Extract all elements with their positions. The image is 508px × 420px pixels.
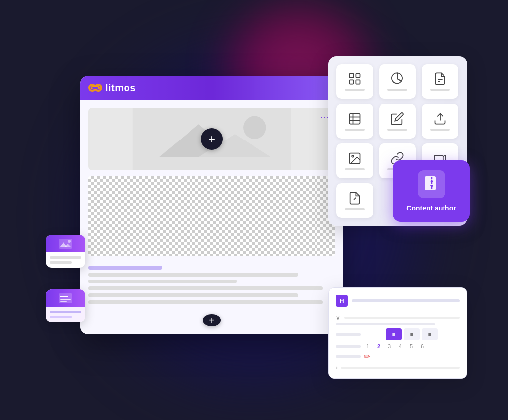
upload-icon <box>433 112 447 126</box>
editor-color-row: ✏ <box>336 352 460 361</box>
svg-rect-35 <box>60 301 67 302</box>
side-card-mountain-icon <box>59 239 72 249</box>
heading-badge: H <box>336 295 348 307</box>
text-line-6 <box>88 300 323 304</box>
svg-point-31 <box>68 240 71 243</box>
svg-rect-10 <box>350 74 354 78</box>
chevron-down-icon: ∨ <box>336 314 340 321</box>
icon-cell-upload[interactable] <box>422 104 458 139</box>
heading-number-group: 1 2 3 4 5 6 <box>364 343 426 349</box>
text-editor-panel: H ∨ ≡ ≡ ≡ 1 2 3 4 5 6 <box>328 287 467 379</box>
side-card-image-top <box>46 235 85 252</box>
align-left-button[interactable]: ≡ <box>386 328 402 340</box>
side-card-text-body <box>46 307 85 322</box>
add-content-button[interactable]: + <box>201 128 223 150</box>
icon-cell-image[interactable] <box>336 143 373 178</box>
browser-titlebar: litmos <box>80 76 343 100</box>
heading-5[interactable]: 5 <box>407 343 415 349</box>
heading-1[interactable]: 1 <box>364 343 372 349</box>
side-card-image[interactable] <box>46 235 85 268</box>
litmos-brand-name: litmos <box>105 82 136 94</box>
image-placeholder: + ⋮ <box>88 108 335 170</box>
litmos-logo-icon <box>88 82 102 93</box>
content-author-file-icon <box>423 175 441 193</box>
document-icon <box>433 72 447 86</box>
color-pencil-icon[interactable]: ✏ <box>364 352 370 361</box>
align-center-button[interactable]: ≡ <box>404 328 420 340</box>
side-card-text[interactable] <box>46 289 85 322</box>
text-line-1 <box>88 266 162 270</box>
editor-alignment-row: ≡ ≡ ≡ <box>336 328 460 340</box>
text-line-5 <box>88 293 298 297</box>
browser-content: + ⋮ + <box>80 100 343 334</box>
svg-rect-16 <box>350 114 360 124</box>
litmos-logo: litmos <box>88 82 136 94</box>
expand-icon[interactable]: › <box>336 364 338 371</box>
svg-rect-24 <box>425 176 436 190</box>
editor-title-line <box>352 299 460 302</box>
checker-pattern-area <box>88 176 335 256</box>
add-block-button[interactable]: + <box>203 314 221 326</box>
side-card-text-top <box>46 289 85 307</box>
text-line-4 <box>88 286 323 290</box>
side-card-lines-icon <box>59 293 72 303</box>
icon-cell-dashboard[interactable] <box>336 64 373 99</box>
icon-cell-chart[interactable] <box>379 64 416 99</box>
pie-chart-icon <box>390 72 404 86</box>
dashboard-icon <box>348 72 362 86</box>
editor-header: H <box>336 295 460 310</box>
svg-point-22 <box>352 155 354 157</box>
heading-6[interactable]: 6 <box>418 343 426 349</box>
text-line-2 <box>88 273 298 277</box>
browser-window: litmos + ⋮ <box>80 76 343 334</box>
content-author-icon <box>418 170 445 198</box>
content-author-card[interactable]: Content author <box>393 160 470 222</box>
side-card-image-body <box>46 252 85 268</box>
svg-rect-34 <box>60 299 71 300</box>
heading-2[interactable]: 2 <box>375 343 382 349</box>
heading-4[interactable]: 4 <box>396 343 404 349</box>
edit-pencil-icon <box>390 112 404 126</box>
svg-rect-12 <box>350 80 354 84</box>
text-lines-area <box>88 262 335 308</box>
icon-cell-table[interactable] <box>336 104 373 139</box>
svg-rect-11 <box>356 74 360 78</box>
table-icon <box>348 112 362 126</box>
edit-document-icon <box>348 191 362 205</box>
svg-point-9 <box>243 116 266 139</box>
icon-cell-edit[interactable] <box>379 104 416 139</box>
svg-rect-13 <box>356 80 360 84</box>
editor-footer-row: › <box>336 364 460 371</box>
image-icon <box>348 151 362 165</box>
editor-collapse-row[interactable]: ∨ <box>336 314 460 321</box>
icon-cell-edit-doc[interactable] <box>336 183 373 218</box>
heading-3[interactable]: 3 <box>385 343 393 349</box>
text-line-3 <box>88 280 237 283</box>
editor-heading-row: 1 2 3 4 5 6 <box>336 343 460 349</box>
svg-rect-5 <box>92 87 98 89</box>
content-author-label: Content author <box>406 204 456 212</box>
scene-container: litmos + ⋮ <box>31 16 477 404</box>
alignment-button-group: ≡ ≡ ≡ <box>364 328 460 340</box>
icon-cell-document[interactable] <box>422 64 458 99</box>
align-right-button[interactable]: ≡ <box>422 328 438 340</box>
